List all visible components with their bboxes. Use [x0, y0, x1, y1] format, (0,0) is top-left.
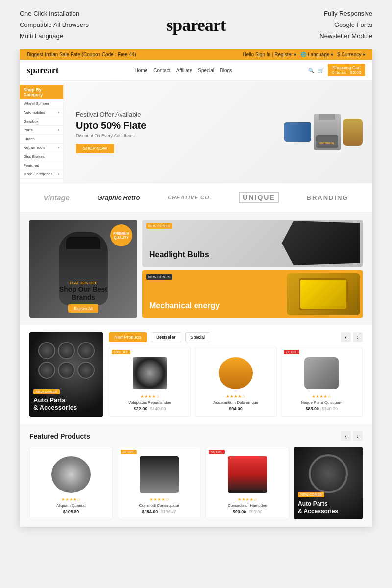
brand-branding: BRANDING	[307, 194, 349, 201]
oil-can-shape: BUTTON OIL	[314, 114, 341, 150]
mechanical-banner[interactable]: NEW COMES Mechanical energy	[142, 270, 363, 318]
nav-contact[interactable]: Contact	[153, 68, 170, 73]
promo-text: Biggest Indian Sale Fate (Coupon Code : …	[27, 52, 136, 57]
auto-parts-title: Auto Parts& Accessories	[33, 396, 77, 412]
top-header: One Click Installation Compatible All Br…	[0, 0, 392, 49]
featured-section: Featured Products ‹ › ★★★★☆ Aliquam Quae…	[20, 424, 372, 527]
shop-now-button[interactable]: SHOP NOW	[76, 144, 114, 153]
headlight-shape	[282, 221, 360, 265]
cat-repair[interactable]: Repair Tools›	[20, 144, 63, 152]
search-icon[interactable]: 🔍	[308, 68, 314, 73]
cat-parts[interactable]: Parts›	[20, 126, 63, 135]
product-name-1: Voluptates Repudiandae	[114, 400, 185, 405]
headlight-banner[interactable]: NEW COMES Headlight Bulbs	[142, 220, 363, 267]
cat-wheel[interactable]: Wheel Spinner	[20, 99, 63, 108]
featured-card-3: 5K OFF ★★★★☆ Consectetur Hampden $90.00 …	[206, 447, 289, 519]
main-logo[interactable]: spareart	[166, 15, 225, 35]
language-selector[interactable]: 🌐 Language ▾	[300, 52, 333, 57]
feature-4: Fully Responsive	[319, 10, 372, 17]
demo-wrapper: Biggest Indian Sale Fate (Coupon Code : …	[20, 49, 372, 527]
store-nav: spareart Home Contact Affiliate Special …	[20, 60, 372, 81]
featured-banner-badge: NEW COMES	[298, 492, 324, 497]
cat-disc[interactable]: Disc Brakes	[20, 152, 63, 161]
engine-shape	[287, 273, 360, 315]
featured-grid: ★★★★☆ Aliquam Quaerat $105.80 2K OFF ★★★…	[29, 447, 363, 519]
product-price-1: $22.00 $140.00	[114, 406, 185, 411]
new-comes-badge-headlight: NEW COMES	[146, 223, 172, 229]
brand-vintage: Vintage	[43, 194, 70, 202]
steering-wheel	[309, 454, 348, 493]
nav-blogs[interactable]: Blogs	[220, 68, 232, 73]
hero-section: Shop By Category Wheel Spinner Automobil…	[20, 81, 372, 183]
cat-clutch[interactable]: Clutch	[20, 135, 63, 144]
product-stars-2: ★★★★☆	[200, 394, 271, 399]
tab-new-products[interactable]: New Products	[109, 332, 147, 342]
tab-bestseller[interactable]: Bestseller	[151, 332, 181, 342]
premium-badge: PREMIUM QUALITY	[110, 224, 132, 246]
product-card-2: ★★★★☆ Accusantium Doloremque $94.00	[195, 347, 276, 416]
cart-button[interactable]: Shopping Cart 0 Items - $0.00	[328, 64, 365, 76]
featured-name-3: Consectetur Hampden	[211, 503, 284, 508]
product-name-3: Neque Porro Quisquam	[286, 400, 357, 405]
wishlist-icon[interactable]: 🛒	[318, 68, 324, 73]
featured-banner-title: Auto Parts& Accessories	[298, 500, 338, 514]
promo-bar: Biggest Indian Sale Fate (Coupon Code : …	[20, 49, 372, 60]
mechanical-text: Mechanical energy	[149, 301, 220, 310]
promo-links: Hello Sign In | Register ▾ 🌐 Language ▾ …	[243, 52, 365, 57]
nav-right: 🔍 🛒 Shopping Cart 0 Items - $0.00	[308, 64, 365, 76]
explore-button[interactable]: Explore All	[68, 304, 98, 313]
currency-selector[interactable]: $ Currency ▾	[337, 52, 365, 57]
featured-card-2: 2K OFF ★★★★☆ Commodi Consequatur $184.00…	[118, 447, 201, 519]
products-section: NEW COMES Auto Parts& Accessories New Pr…	[20, 325, 372, 424]
featured-stars-2: ★★★★☆	[123, 497, 196, 502]
auto-parts-title-text: Auto Parts& Accessories	[33, 396, 77, 412]
signin-link[interactable]: Hello Sign In | Register ▾	[243, 52, 296, 57]
next-arrow[interactable]: ›	[353, 332, 363, 342]
nav-affiliate[interactable]: Affiliate	[176, 68, 193, 73]
product-grid: 20% OFF ★★★★☆ Voluptates Repudiandae $22…	[109, 347, 363, 416]
cat-gearbox[interactable]: Gearbox	[20, 117, 63, 126]
product-price-3: $85.00 $140.00	[286, 406, 357, 411]
product-price-2: $94.00	[200, 406, 271, 411]
brands-banner: PREMIUM QUALITY FLAT 20% OFF Shop Our Be…	[29, 220, 137, 318]
feature-6: Newsletter Module	[319, 32, 372, 40]
featured-right-banner: NEW COMES Auto Parts& Accessories	[294, 447, 363, 519]
hero-text: Festival Offer Available Upto 50% Flate …	[76, 111, 146, 153]
store-logo[interactable]: spareart	[27, 65, 59, 75]
featured-card-1: ★★★★☆ Aliquam Quaerat $105.80	[29, 447, 113, 519]
auto-parts-badge: NEW COMES	[33, 389, 60, 394]
hero-products: BUTTON OIL	[284, 114, 363, 150]
featured-name-2: Commodi Consequatur	[123, 503, 196, 508]
nav-home[interactable]: Home	[135, 68, 148, 73]
product-stars-1: ★★★★☆	[114, 394, 185, 399]
category-title: Shop By Category	[20, 85, 63, 99]
cat-featured[interactable]: Featured	[20, 161, 63, 170]
brand-creative: CREATIVE CO.	[168, 195, 211, 200]
featured-badge-2: 2K OFF	[121, 450, 137, 454]
cat-more[interactable]: More Categories›	[20, 170, 63, 179]
nav-special[interactable]: Special	[198, 68, 214, 73]
featured-img-2	[140, 456, 179, 493]
featured-title: Featured Products	[29, 432, 90, 440]
featured-next[interactable]: ›	[353, 431, 363, 441]
shop-brands: Shop Our Best Brands	[56, 285, 110, 302]
featured-prev[interactable]: ‹	[341, 431, 351, 441]
cat-automobiles[interactable]: Automobiles›	[20, 108, 63, 117]
featured-img-3	[228, 456, 267, 493]
nav-links: Home Contact Affiliate Special Blogs	[135, 68, 233, 73]
category-sidebar: Shop By Category Wheel Spinner Automobil…	[20, 81, 64, 183]
featured-header: Featured Products ‹ ›	[29, 431, 363, 441]
prev-arrow[interactable]: ‹	[341, 332, 351, 342]
festival-label: Festival Offer Available	[76, 111, 146, 118]
product-img-2	[219, 357, 253, 389]
tab-special[interactable]: Special	[185, 332, 211, 342]
feature-2: Compatible All Browsers	[20, 21, 89, 28]
product-img-3	[304, 357, 339, 389]
product-card-3: 2K OFF ★★★★☆ Neque Porro Quisquam $85.00…	[281, 347, 363, 416]
knobs-decoration	[34, 342, 98, 379]
featured-img-1	[51, 456, 91, 493]
brand-logos: Vintage Graphic Retro CREATIVE CO. UNIQU…	[20, 183, 372, 212]
featured-badge-3: 5K OFF	[209, 450, 225, 454]
feature-1: One Click Installation	[20, 10, 89, 17]
features-right: Fully Responsive Google Fonts Newsletter…	[319, 10, 372, 40]
